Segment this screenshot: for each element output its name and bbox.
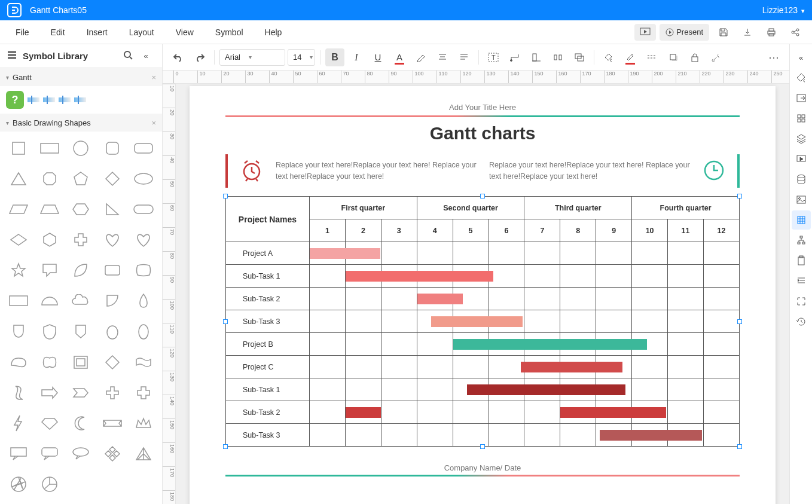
document-title[interactable]: Gantt Charts05: [30, 5, 762, 15]
shape-octagon[interactable]: [37, 168, 62, 190]
shape-egg2[interactable]: [131, 320, 156, 342]
shape-4diamond[interactable]: [100, 443, 125, 465]
shape-badge[interactable]: [68, 320, 93, 342]
shape-cloud[interactable]: [68, 290, 93, 311]
footer-text[interactable]: Company Name/ Date: [225, 463, 740, 472]
menu-layout[interactable]: Layout: [118, 20, 165, 44]
menu-help[interactable]: Help: [254, 20, 293, 44]
shadow-button[interactable]: [664, 48, 683, 66]
data-icon[interactable]: [792, 170, 811, 189]
shape-trapezoid[interactable]: [37, 198, 62, 220]
shape-ellipse[interactable]: [131, 168, 156, 190]
grid-icon[interactable]: [792, 109, 811, 128]
save-icon[interactable]: [713, 24, 734, 41]
presentation-icon[interactable]: [792, 149, 811, 169]
shape-diamond2[interactable]: [6, 229, 31, 251]
download-icon[interactable]: [737, 24, 758, 41]
highlight-button[interactable]: [411, 48, 431, 66]
document-page[interactable]: Add Your Title Here Gantt charts Replace…: [190, 86, 776, 504]
italic-button[interactable]: I: [347, 48, 366, 66]
shape-triangle[interactable]: [6, 168, 31, 190]
section-gantt[interactable]: Gantt×: [0, 68, 162, 86]
shape-arrow[interactable]: [37, 382, 62, 404]
subtitle[interactable]: Add Your Title Here: [225, 103, 740, 112]
shape-quarter[interactable]: [100, 290, 125, 311]
font-select[interactable]: Arial▾: [219, 49, 285, 66]
shape-plus2[interactable]: [131, 382, 156, 404]
shape-crown[interactable]: [131, 413, 156, 434]
shape-banner[interactable]: [100, 413, 125, 434]
line-style-button[interactable]: [642, 48, 661, 66]
present-button[interactable]: Present: [660, 24, 709, 41]
layers-icon[interactable]: [792, 129, 811, 148]
align-h-button[interactable]: [433, 48, 452, 66]
bold-button[interactable]: B: [325, 48, 344, 66]
close-section-icon[interactable]: ×: [151, 73, 156, 82]
tree-icon[interactable]: [792, 231, 811, 250]
underline-button[interactable]: U: [368, 48, 387, 66]
expand-panel-icon[interactable]: «: [792, 48, 811, 67]
share-icon[interactable]: [784, 24, 806, 41]
shape-hexagon[interactable]: [37, 229, 62, 251]
history-icon[interactable]: [792, 312, 811, 331]
main-title[interactable]: Gantt charts: [225, 123, 740, 143]
shape-egg[interactable]: [100, 320, 125, 342]
shape-gem[interactable]: [37, 413, 62, 434]
shape-hexagon2[interactable]: [68, 198, 93, 220]
distribute-button[interactable]: [548, 48, 567, 66]
shape-drop[interactable]: [131, 290, 156, 311]
shape-moon[interactable]: [68, 413, 93, 434]
menu-edit[interactable]: Edit: [40, 20, 76, 44]
fullscreen-icon[interactable]: [792, 292, 811, 311]
menu-insert[interactable]: Insert: [76, 20, 118, 44]
shape-diamond[interactable]: [100, 168, 125, 190]
group-button[interactable]: [570, 48, 589, 66]
gantt-chart[interactable]: Project NamesFirst quarterSecond quarter…: [225, 196, 740, 447]
tools-button[interactable]: [707, 48, 726, 66]
shape-pillow[interactable]: [131, 259, 156, 281]
shape-leaf[interactable]: [68, 259, 93, 281]
shape-diamond3[interactable]: [100, 352, 125, 373]
align-v-button[interactable]: [454, 48, 474, 66]
more-button[interactable]: [764, 48, 783, 66]
slideshow-icon[interactable]: [634, 24, 656, 41]
shape-rect[interactable]: [37, 138, 62, 159]
gantt-symbol-3[interactable]: [59, 97, 71, 102]
user-menu[interactable]: Lizzie123: [762, 5, 805, 15]
print-icon[interactable]: [761, 24, 782, 41]
redo-button[interactable]: [190, 48, 209, 66]
lock-button[interactable]: [685, 48, 704, 66]
textbox-button[interactable]: T: [484, 48, 503, 66]
shape-callout-round[interactable]: [37, 443, 62, 465]
menu-symbol[interactable]: Symbol: [204, 20, 254, 44]
connector-button[interactable]: [505, 48, 524, 66]
gantt-selection[interactable]: Project NamesFirst quarterSecond quarter…: [225, 196, 740, 447]
shape-star[interactable]: [6, 259, 31, 281]
intro-text-right[interactable]: Replace your text here!Replace your text…: [489, 160, 691, 182]
section-shapes[interactable]: Basic Drawing Shapes×: [0, 114, 162, 132]
shape-aperture[interactable]: [6, 474, 31, 495]
collapse-panel-icon[interactable]: «: [137, 51, 155, 60]
shape-callout-rect[interactable]: [6, 443, 31, 465]
image-icon[interactable]: [792, 190, 811, 209]
shape-pie[interactable]: [37, 474, 62, 495]
export-icon[interactable]: [792, 88, 811, 108]
shape-circle[interactable]: [68, 138, 93, 159]
shape-wave[interactable]: [131, 352, 156, 373]
shape-righttri[interactable]: [100, 198, 125, 220]
shape-heart2[interactable]: [131, 229, 156, 251]
help-icon[interactable]: ?: [6, 91, 24, 109]
shape-frame[interactable]: [68, 352, 93, 373]
gantt-symbol-1[interactable]: [28, 97, 39, 102]
shape-roundrect[interactable]: [131, 138, 156, 159]
shape-square[interactable]: [6, 138, 31, 159]
menu-file[interactable]: File: [5, 20, 40, 44]
shape-speech[interactable]: [37, 259, 62, 281]
shape-card[interactable]: [100, 259, 125, 281]
shape-triangle-split[interactable]: [131, 443, 156, 465]
shape-cross[interactable]: [68, 229, 93, 251]
shape-bolt[interactable]: [6, 413, 31, 434]
gantt-symbol-4[interactable]: [74, 97, 86, 102]
indent-icon[interactable]: [792, 271, 811, 291]
table-icon[interactable]: [792, 210, 811, 230]
